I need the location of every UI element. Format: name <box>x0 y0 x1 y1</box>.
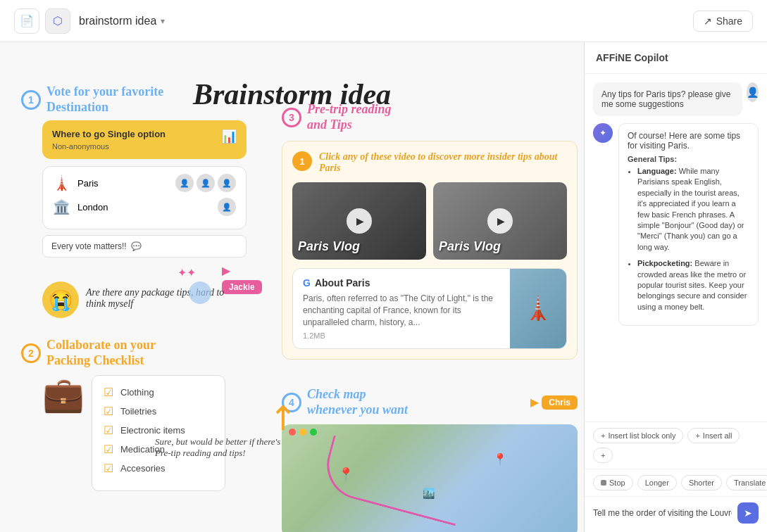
send-icon: ➤ <box>744 507 752 519</box>
bot-intro: Of course! Here are some tips for visiti… <box>628 131 749 151</box>
insert-list-button[interactable]: + Insert list block only <box>593 428 683 443</box>
main-canvas: Brainstorm idea 1 Vote for your favorite… <box>0 42 584 532</box>
poll-body: 🗼 Paris 👤 👤 👤 🏛️ London 👤 <box>42 166 247 229</box>
map-area: 📍 🏙️ 📍 <box>282 424 578 532</box>
shorter-button[interactable]: Shorter <box>681 475 722 490</box>
play-button-2[interactable]: ▶ <box>487 208 513 234</box>
about-card: G About Paris Paris, often referred to a… <box>292 268 567 348</box>
section3-header: 3 Pre-trip reading and Tips <box>282 102 578 132</box>
paris-label: Paris <box>77 178 99 189</box>
more-action-button[interactable]: + <box>593 448 613 463</box>
longer-label: Longer <box>645 479 669 487</box>
plus-icon-3: + <box>601 451 605 460</box>
bot-general: General Tips: <box>628 155 749 163</box>
about-card-text: Paris, often referred to as "The City of… <box>303 293 500 328</box>
jackie-cursor: ▶ Jackie <box>222 264 262 294</box>
poll-option-paris: 🗼 Paris 👤 👤 👤 <box>53 174 236 192</box>
video-card-text: Click any of these video to discover mor… <box>319 151 567 174</box>
ai-avatar: ✦ <box>593 123 613 143</box>
video-thumb-1[interactable]: ▶ Paris Vlog <box>292 182 426 260</box>
section1-vote: 1 Vote for your favorite Destination Whe… <box>21 84 247 258</box>
poll-icon: 📊 <box>221 129 237 144</box>
plus-icon-2: + <box>695 431 699 440</box>
checklist-item-5: ☑ Accesories <box>104 462 213 475</box>
stop-icon <box>601 480 606 486</box>
flow-view-button[interactable]: ⬡ <box>45 8 70 34</box>
checklist-item-3: ☑ Electronic items <box>104 424 213 437</box>
tip2-strong: Pickpocketing: <box>637 259 692 267</box>
section1-title: Vote for your favorite Destination <box>46 84 163 115</box>
suitcase-icon: 💼 <box>42 375 85 491</box>
checklist-item-1: ☑ Clothing <box>104 386 213 399</box>
section1-number: 1 <box>21 90 41 110</box>
insert-all-button[interactable]: + Insert all <box>687 428 740 443</box>
about-card-image: 🗼 <box>510 269 566 348</box>
checklist-label-5: Accesories <box>120 463 166 474</box>
video-label-1: Paris Vlog <box>298 239 360 254</box>
eiffel-icon: 🗼 <box>53 175 70 191</box>
translate-button[interactable]: Translate <box>726 475 767 490</box>
checkbox-icon-4: ☑ <box>104 443 113 456</box>
share-button[interactable]: ↗ Share <box>693 11 753 32</box>
avatar1: 👤 <box>175 174 194 192</box>
bigben-icon: 🏛️ <box>53 198 70 215</box>
title-chevron[interactable]: ▾ <box>161 16 165 26</box>
map-pin-1: 📍 <box>338 467 354 482</box>
checklist-label-1: Clothing <box>120 387 154 398</box>
play-button-1[interactable]: ▶ <box>347 208 372 234</box>
map-city-1: 🏙️ <box>423 488 435 499</box>
longer-button[interactable]: Longer <box>637 475 677 490</box>
section2-title: Collaborate on your Packing Checklist <box>46 338 156 368</box>
doc-view-button[interactable]: 📄 <box>14 8 39 34</box>
tip1-text: While many Parisians speak English, espe… <box>637 167 744 251</box>
sure-comment: Sure, but would be better if there's Pre… <box>155 436 282 459</box>
stop-button[interactable]: Stop <box>593 475 633 490</box>
bot-tips-list: Language: While many Parisians speak Eng… <box>628 166 749 312</box>
map-pin-2: 📍 <box>493 452 507 466</box>
tip1-strong: Language: <box>637 167 677 175</box>
map-dot-green <box>310 429 317 436</box>
canvas-area: Brainstorm idea 1 Vote for your favorite… <box>0 42 767 532</box>
plus-icon-1: + <box>601 431 605 440</box>
share-icon: ↗ <box>704 15 712 27</box>
paris-avatars: 👤 👤 👤 <box>175 174 236 192</box>
about-card-header: G About Paris <box>303 277 500 289</box>
insert-list-label: Insert list block only <box>608 431 675 440</box>
poll-card: Where to go Single option Non-anonymous … <box>42 120 247 159</box>
poll-footer: Every vote matters!! 💬 <box>42 235 247 258</box>
stop-label: Stop <box>609 479 625 487</box>
bot-message: Of course! Here are some tips for visiti… <box>618 123 759 326</box>
video-step-num: 1 <box>292 151 312 171</box>
user-avatar: 👤 <box>747 82 759 102</box>
video-thumb-2[interactable]: ▶ Paris Vlog <box>433 182 567 260</box>
video-card-header: 1 Click any of these video to discover m… <box>292 151 567 174</box>
flow-icon: ⬡ <box>53 14 63 27</box>
video-card: 1 Click any of these video to discover m… <box>282 141 578 359</box>
map-dot-yellow <box>299 429 306 436</box>
avatar2: 👤 <box>197 174 215 192</box>
topbar-left: 📄 ⬡ brainstorm idea ▾ <box>14 8 165 34</box>
speech-bubble-icon: 💬 <box>131 241 142 251</box>
section2-number: 2 <box>21 343 41 363</box>
section2-packing: 2 Collaborate on your Packing Checklist … <box>21 338 225 491</box>
section4-header: 4 Check map whenever you want ▶ Chris <box>282 387 578 417</box>
videos-row: ▶ Paris Vlog ▶ Paris Vlog <box>292 182 567 260</box>
about-card-title: About Paris <box>315 277 370 289</box>
checkbox-icon-5: ☑ <box>104 462 113 475</box>
copilot-input[interactable] <box>593 508 732 518</box>
copilot-messages: Any tips for Paris tips? please give me … <box>585 74 767 422</box>
send-button[interactable]: ➤ <box>737 502 759 524</box>
poll-option-london: 🏛️ London 👤 <box>53 198 236 216</box>
about-card-content: G About Paris Paris, often referred to a… <box>293 269 510 348</box>
checkbox-icon-3: ☑ <box>104 424 113 437</box>
copilot-actions: + Insert list block only + Insert all + <box>585 422 767 469</box>
video-label-2: Paris Vlog <box>439 239 501 254</box>
title-text: brainstorm idea <box>79 15 156 27</box>
chris-label: Chris <box>542 395 578 410</box>
section2-header: 2 Collaborate on your Packing Checklist <box>21 338 225 368</box>
sure-comment-text: Sure, but would be better if there's Pre… <box>155 436 282 459</box>
section2-body: 💼 ☑ Clothing ☑ Toiletries ☑ Electronic i… <box>42 375 225 491</box>
bot-msg-row: ✦ Of course! Here are some tips for visi… <box>593 123 759 326</box>
topbar-right: ↗ Share <box>693 11 753 32</box>
section1-header: 1 Vote for your favorite Destination <box>21 84 247 115</box>
